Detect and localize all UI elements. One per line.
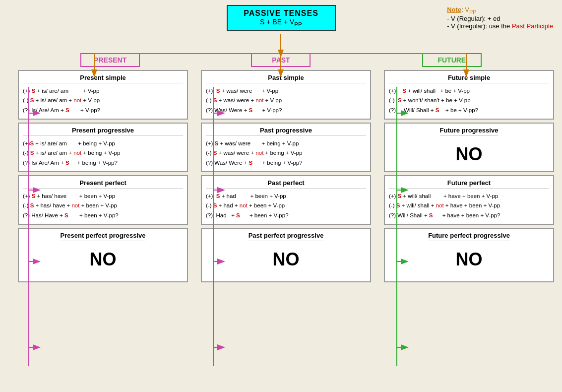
cell-present-prog-title: Present progressive [23, 127, 183, 136]
ps-pos: (+) S + is/ are/ am + V-pp [23, 86, 183, 96]
present-perf-prog-no: NO [90, 249, 117, 270]
col-header-future: FUTURE [422, 53, 482, 67]
past-perf-neg: (-) S + had + not + been + V-pp [206, 201, 366, 211]
col-header-past: PAST [251, 53, 311, 67]
cell-future-perf-prog-title: Future perfect progressive [428, 232, 510, 241]
cell-future-simple-content: (+) S + will/ shall + be + V-pp (-) S + … [389, 86, 549, 116]
cell-past-perfect: Past perfect (+) S + had + been + V-pp (… [201, 175, 371, 225]
cell-future-perfect: Future perfect (+) S + will/ shall + hav… [384, 175, 554, 225]
pperf-neg: (-) S + has/ have + not + been + V-pp [23, 201, 183, 211]
ps-que: (?) Is/ Are/ Am + S + V-pp? [23, 106, 183, 116]
past-s-que: (?) Was/ Were + S + V-pp? [206, 106, 366, 116]
cell-past-prog-title: Past progressive [206, 127, 366, 136]
cell-past-perf-prog-title: Past perfect progressive [249, 232, 324, 241]
pp-pos: (+)S + is/ are/ am + being + V-pp [23, 139, 183, 149]
col-header-present: PRESENT [80, 53, 140, 67]
note-line2: - V (Irregular): use the Past Participle [447, 22, 553, 30]
cell-past-simple-title: Past simple [206, 74, 366, 83]
cell-present-progressive: Present progressive (+)S + is/ are/ am +… [18, 123, 188, 172]
cell-past-perf-content: (+) S + had + been + V-pp (-) S + had + … [206, 192, 366, 221]
cell-present-perfect: Present perfect (+) S + has/ have + been… [18, 175, 188, 225]
cell-future-prog-title: Future progressive [440, 127, 499, 136]
cell-present-simple-title: Present simple [23, 74, 183, 83]
cell-present-perf-content: (+) S + has/ have + been + V-pp (-) S + … [23, 192, 183, 221]
cell-future-simple: Future simple (+) S + will/ shall + be +… [384, 70, 554, 120]
note-past-participle: Past Participle [512, 22, 553, 30]
cell-present-perf-title: Present perfect [23, 179, 183, 189]
past-s-pos: (+) S + was/ were + V-pp [206, 86, 366, 96]
cell-past-prog-content: (+) S + was/ were + being + V-pp (-) S +… [206, 139, 366, 168]
fut-perf-que: (?) Will/ Shall + S + have + been + V-pp… [389, 211, 549, 221]
past-perf-prog-no: NO [273, 249, 300, 270]
past-perf-pos: (+) S + had + been + V-pp [206, 192, 366, 201]
pperf-pos: (+) S + has/ have + been + V-pp [23, 192, 183, 201]
fut-s-neg: (-) S + won't/ shan't + be + V-pp [389, 96, 549, 106]
future-prog-no: NO [456, 144, 483, 165]
pperf-que: (?) Has/ Have + S + been + V-pp? [23, 211, 183, 221]
cell-present-simple-content: (+) S + is/ are/ am + V-pp (-) S + is/ a… [23, 86, 183, 116]
pp-que: (?) Is/ Are/ Am + S + being + V-pp? [23, 158, 183, 168]
title-main: PASSIVE TENSES [238, 9, 325, 18]
main-container: PASSIVE TENSES S + BE + VPP Note: VPP - … [0, 0, 562, 392]
note-line1: - V (Regular): + ed [447, 15, 553, 22]
ps-neg: (-) S + is/ are/ am + not + V-pp [23, 96, 183, 106]
fut-s-pos: (+) S + will/ shall + be + V-pp [389, 86, 549, 96]
past-pp-pos: (+) S + was/ were + being + V-pp [206, 139, 366, 149]
cell-present-perfect-progressive: Present perfect progressive NO [18, 228, 188, 282]
cell-future-perf-content: (+) S + will/ shall + have + been + V-pp… [389, 192, 549, 221]
past-perf-que: (?) Had + S + been + V-pp? [206, 211, 366, 221]
past-pp-que: (?) Was/ Were + S + being + V-pp? [206, 158, 366, 168]
title-sub: S + BE + VPP [238, 18, 325, 27]
pp-neg: (-) S + is/ are/ am + not + being + V-pp [23, 148, 183, 158]
note-label: Note [447, 6, 461, 13]
cell-present-prog-content: (+)S + is/ are/ am + being + V-pp (-) S … [23, 139, 183, 168]
past-pp-neg: (-) S + was/ were + not + being + V-pp [206, 148, 366, 158]
tenses-grid: Present simple (+) S + is/ are/ am + V-p… [5, 70, 557, 282]
cell-past-perfect-progressive: Past perfect progressive NO [201, 228, 371, 282]
past-s-neg: (-) S + was/ were + not + V-pp [206, 96, 366, 106]
cell-past-simple-content: (+) S + was/ were + V-pp (-) S + was/ we… [206, 86, 366, 116]
cell-future-simple-title: Future simple [389, 74, 549, 83]
cell-future-perfect-progressive: Future perfect progressive NO [384, 228, 554, 282]
cell-future-perf-title: Future perfect [389, 179, 549, 189]
cell-pperf-prog-title: Present perfect progressive [61, 232, 146, 241]
note-vpp: VPP [465, 6, 476, 13]
fut-perf-pos: (+) S + will/ shall + have + been + V-pp [389, 192, 549, 201]
cell-present-simple: Present simple (+) S + is/ are/ am + V-p… [18, 70, 188, 120]
cell-past-simple: Past simple (+) S + was/ were + V-pp (-)… [201, 70, 371, 120]
cell-future-progressive: Future progressive NO [384, 123, 554, 172]
title-box: PASSIVE TENSES S + BE + VPP [227, 5, 336, 31]
cell-past-progressive: Past progressive (+) S + was/ were + bei… [201, 123, 371, 172]
fut-perf-neg: (-) S + will/ shall + not + have + been … [389, 201, 549, 211]
note-box: Note: VPP - V (Regular): + ed - V (Irreg… [447, 6, 553, 30]
note-line0: Note: VPP [447, 6, 553, 15]
future-perf-prog-no: NO [456, 249, 483, 270]
fut-s-que: (?) Will/ Shall + S + be + V-pp? [389, 106, 549, 116]
cell-past-perf-title: Past perfect [206, 179, 366, 189]
header-row: PRESENT PAST FUTURE [5, 53, 557, 67]
